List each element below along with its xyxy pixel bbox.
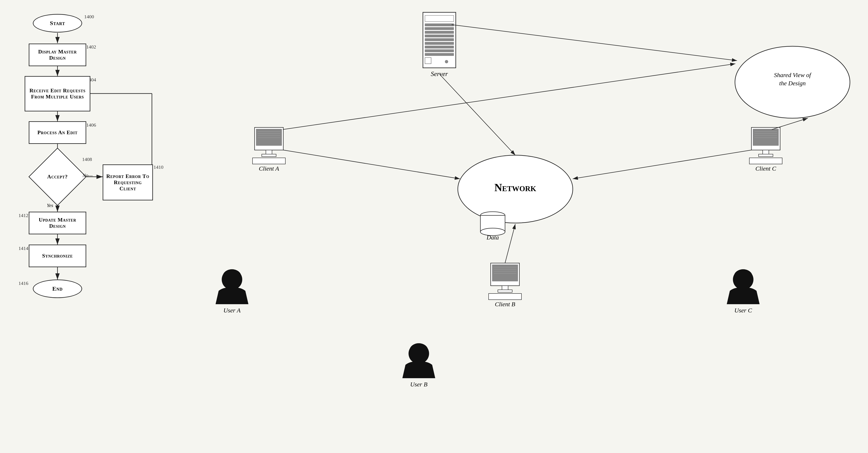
svg-text:User C: User C bbox=[734, 307, 752, 314]
no-label: No— bbox=[83, 173, 93, 178]
process-node: Process An Edit bbox=[29, 121, 86, 144]
svg-line-75 bbox=[452, 25, 737, 61]
update-node: Update Master Design bbox=[29, 212, 86, 234]
flowchart-panel: 1400 Start 1402 Display Master Design 14… bbox=[0, 0, 156, 453]
svg-text:Shared View of: Shared View of bbox=[774, 72, 812, 78]
network-panel: Server Network Shared View of the Design… bbox=[156, 0, 868, 453]
label-1416: 1416 bbox=[19, 281, 28, 286]
svg-rect-13 bbox=[425, 24, 454, 26]
svg-rect-56 bbox=[763, 150, 769, 154]
svg-text:Server: Server bbox=[431, 70, 448, 78]
svg-text:Network: Network bbox=[494, 182, 536, 193]
svg-rect-17 bbox=[425, 38, 454, 41]
svg-text:Client C: Client C bbox=[755, 165, 776, 172]
network-svg: Server Network Shared View of the Design… bbox=[156, 0, 868, 453]
svg-rect-14 bbox=[425, 27, 454, 30]
svg-rect-19 bbox=[425, 46, 454, 48]
label-1400: 1400 bbox=[84, 14, 94, 20]
svg-rect-16 bbox=[425, 35, 454, 37]
flow-container: 1400 Start 1402 Display Master Design 14… bbox=[17, 8, 160, 440]
svg-line-76 bbox=[283, 150, 460, 179]
synchronize-node: Synchronize bbox=[29, 245, 86, 267]
svg-line-79 bbox=[283, 64, 735, 130]
report-node: Report Error To Requesting Client bbox=[103, 164, 153, 200]
end-node: End bbox=[33, 280, 82, 298]
label-1414: 1414 bbox=[19, 246, 28, 251]
svg-text:User B: User B bbox=[410, 381, 428, 388]
svg-text:the Design: the Design bbox=[779, 80, 806, 87]
svg-rect-21 bbox=[425, 53, 454, 56]
svg-point-68 bbox=[409, 343, 428, 358]
svg-rect-37 bbox=[262, 154, 276, 157]
svg-point-65 bbox=[223, 269, 241, 284]
svg-line-74 bbox=[439, 74, 515, 155]
svg-line-77 bbox=[573, 150, 751, 179]
svg-text:Data: Data bbox=[486, 234, 499, 241]
svg-rect-36 bbox=[266, 150, 272, 154]
svg-rect-46 bbox=[502, 286, 508, 290]
svg-rect-18 bbox=[425, 42, 454, 45]
svg-text:Client A: Client A bbox=[259, 165, 279, 172]
svg-point-71 bbox=[734, 269, 752, 284]
label-1406: 1406 bbox=[86, 122, 96, 128]
svg-rect-20 bbox=[425, 50, 454, 52]
svg-rect-48 bbox=[489, 293, 522, 300]
svg-text:Client B: Client B bbox=[495, 301, 515, 308]
svg-rect-15 bbox=[425, 31, 454, 33]
label-1408: 1408 bbox=[82, 157, 92, 162]
label-1402: 1402 bbox=[86, 44, 96, 50]
receive-node: Receive Edit Requests From Multiple User… bbox=[25, 76, 90, 111]
accept-node: Accept? bbox=[37, 156, 78, 197]
svg-point-23 bbox=[445, 60, 448, 63]
display-node: Display Master Design bbox=[29, 44, 86, 66]
svg-line-78 bbox=[505, 224, 515, 263]
yes-label: Yes bbox=[47, 203, 53, 208]
svg-rect-38 bbox=[252, 158, 285, 164]
svg-rect-47 bbox=[498, 290, 512, 292]
svg-rect-57 bbox=[758, 154, 773, 157]
svg-rect-58 bbox=[749, 158, 782, 164]
label-1412: 1412 bbox=[19, 213, 28, 218]
svg-text:User A: User A bbox=[223, 307, 241, 314]
start-node: Start bbox=[33, 14, 82, 32]
svg-line-80 bbox=[772, 118, 808, 130]
